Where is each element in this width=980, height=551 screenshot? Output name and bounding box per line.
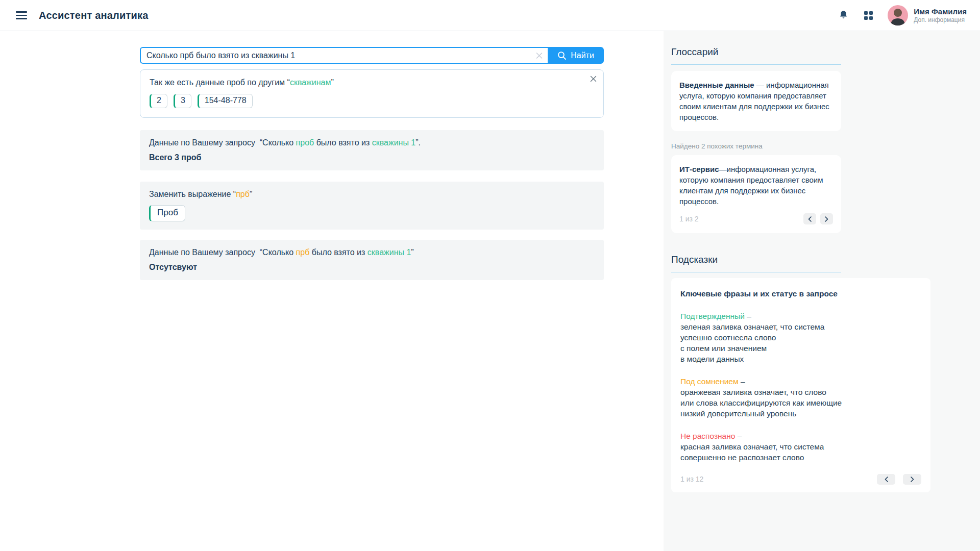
replace-suggestion-text: Заменить выражение “прб”	[149, 190, 595, 199]
replace-suggestion-card: Заменить выражение “прб” Проб	[140, 182, 604, 230]
apps-menu-button[interactable]	[864, 11, 873, 20]
bell-icon	[839, 10, 848, 21]
replace-highlight: прб	[236, 190, 250, 198]
glossary-term: Введенные данные	[679, 81, 754, 89]
missing-text-c: было взято из	[309, 248, 368, 257]
hint-line: или слова классифицируются как имеющие	[680, 397, 921, 408]
glossary-divider	[671, 64, 841, 65]
missing-result-text: Данные по Вашему запросу “Сколько прб бы…	[149, 248, 595, 257]
hamburger-menu-icon[interactable]	[16, 11, 27, 19]
hint-line: низкий доверительный уровень	[680, 408, 921, 419]
missing-text-e: ”	[411, 248, 413, 257]
well-chip[interactable]: 154-48-778	[198, 94, 253, 108]
alt-wells-text: Так же есть данные проб по другим “скваж…	[150, 78, 594, 87]
hint-line: красная заливка означает, что система	[680, 441, 921, 452]
chevron-left-icon	[885, 477, 888, 482]
well-chips-row: 2 3 154-48-778	[150, 94, 594, 108]
hints-next-button[interactable]	[903, 474, 921, 485]
page: Ассистент аналитика	[0, 0, 980, 551]
query-result-summary: Всего 3 проб	[149, 153, 595, 162]
apps-grid-icon	[864, 11, 873, 20]
search-input-wrap	[140, 47, 548, 64]
clear-search-button[interactable]	[535, 52, 543, 59]
user-menu[interactable]: Имя Фамилия Доп. информация	[888, 5, 967, 26]
notifications-button[interactable]	[839, 10, 848, 21]
hint-line: совершенно не распознает слово	[680, 452, 921, 463]
right-sidebar: Глоссарий Введенные данные — информацион…	[664, 31, 980, 551]
missing-highlight-1: прб	[296, 248, 310, 257]
glossary-pagination: 1 из 2	[679, 213, 833, 224]
alt-wells-highlight: скважинам	[290, 78, 331, 87]
app-title: Ассистент аналитика	[39, 10, 149, 21]
alt-wells-text-c: ”	[331, 78, 333, 87]
close-card-button[interactable]	[590, 76, 597, 82]
user-subtitle: Доп. информация	[914, 16, 967, 23]
avatar	[888, 5, 908, 26]
hints-divider	[671, 272, 841, 272]
missing-result-summary: Отсутсвуют	[149, 263, 595, 272]
missing-result-card: Данные по Вашему запросу “Сколько прб бы…	[140, 240, 604, 280]
hint-item-doubtful: Под сомнением – оранжевая заливка означа…	[680, 376, 921, 419]
user-name: Имя Фамилия	[914, 7, 967, 16]
hints-card-title: Ключевые фразы и их статус в запросе	[680, 288, 921, 299]
replace-option-chip[interactable]: Проб	[149, 205, 185, 221]
glossary-page-indicator: 1 из 2	[679, 214, 699, 224]
query-result-text: Данные по Вашему запросу “Сколько проб б…	[149, 138, 595, 147]
hint-line: оранжевая заливка означает, что слово	[680, 387, 921, 397]
hint-label-line: Не распознано –	[680, 431, 921, 441]
query-result-card: Данные по Вашему запросу “Сколько проб б…	[140, 130, 604, 170]
app-header: Ассистент аналитика	[0, 0, 980, 31]
hints-pagination: 1 из 12	[680, 474, 921, 485]
avatar-silhouette-icon	[888, 5, 908, 26]
missing-highlight-2: скважины 1	[368, 248, 411, 257]
glossary-prev-button[interactable]	[803, 213, 816, 224]
search-icon	[557, 51, 567, 60]
hint-label-line: Подтвержденный –	[680, 311, 921, 321]
similar-terms-count: Найдено 2 похожих термина	[671, 142, 980, 150]
hint-line: с полем или значением	[680, 343, 921, 354]
query-result-highlight-2: скважины 1	[372, 138, 416, 147]
hint-item-unrecognized: Не распознано – красная заливка означает…	[680, 431, 921, 463]
alt-wells-card: Так же есть данные проб по другим “скваж…	[140, 69, 604, 118]
hints-card: Ключевые фразы и их статус в запросе Под…	[671, 278, 930, 492]
hint-label: Не распознано	[680, 432, 735, 440]
hint-label: Подтвержденный	[680, 312, 745, 320]
replace-text-c: ”	[250, 190, 252, 198]
search-input[interactable]	[141, 48, 548, 63]
similar-term: ИТ-сервис	[679, 165, 719, 173]
hint-label-line: Под сомнением –	[680, 376, 921, 387]
glossary-definition-card: Введенные данные — информационная услуга…	[671, 71, 841, 131]
hint-dash: –	[745, 312, 751, 320]
query-result-text-a: Данные по Вашему запросу “Сколько	[149, 138, 296, 147]
search-button[interactable]: Найти	[548, 47, 604, 64]
hint-label: Под сомнением	[680, 377, 739, 386]
close-icon	[590, 76, 597, 82]
hint-line: зеленая заливка означает, что система	[680, 321, 921, 332]
search-bar: Найти	[140, 47, 604, 64]
similar-term-card: ИТ-сервис—информационная услуга, которую…	[671, 155, 841, 233]
query-result-text-c: было взято из	[314, 138, 372, 147]
chevron-left-icon	[808, 216, 812, 222]
query-result-text-e: ”.	[415, 138, 421, 147]
well-chip[interactable]: 3	[174, 94, 191, 108]
hint-item-confirmed: Подтвержденный – зеленая заливка означае…	[680, 311, 921, 364]
hint-line: успешно соотнесла слово	[680, 332, 921, 343]
clear-icon	[535, 52, 543, 59]
search-button-label: Найти	[571, 51, 594, 60]
header-right: Имя Фамилия Доп. информация	[839, 5, 967, 26]
hints-page-indicator: 1 из 12	[680, 474, 703, 485]
hint-line: в модели данных	[680, 354, 921, 364]
replace-chip-row: Проб	[149, 205, 595, 221]
user-info: Имя Фамилия Доп. информация	[914, 7, 967, 23]
missing-text-a: Данные по Вашему запросу “Сколько	[149, 248, 296, 257]
glossary-next-button[interactable]	[820, 213, 833, 224]
hints-title: Подсказки	[671, 254, 980, 265]
hint-dash: –	[735, 432, 742, 440]
hints-prev-button[interactable]	[877, 474, 895, 485]
chevron-right-icon	[911, 477, 914, 482]
well-chip[interactable]: 2	[150, 94, 167, 108]
query-result-highlight-1: проб	[296, 138, 314, 147]
chevron-right-icon	[825, 216, 828, 222]
alt-wells-text-a: Так же есть данные проб по другим “	[150, 78, 290, 87]
main-content: Найти Так же есть данные проб по другим …	[140, 47, 604, 280]
